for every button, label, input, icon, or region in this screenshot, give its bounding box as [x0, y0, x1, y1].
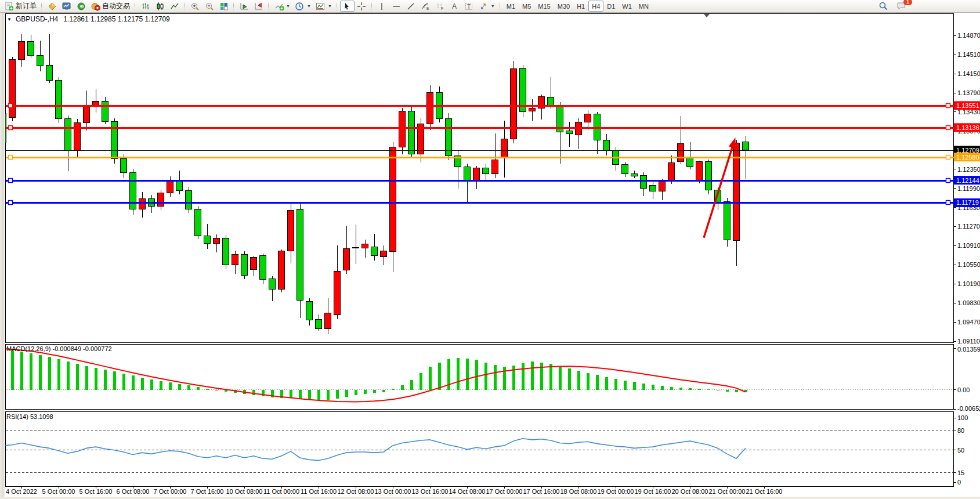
auto-scroll-button[interactable]	[237, 1, 251, 12]
timeframe-MN-button[interactable]: MN	[635, 1, 652, 12]
svg-text:1.11270: 1.11270	[957, 223, 980, 230]
toolbar-separator	[41, 2, 42, 10]
svg-text:A: A	[452, 2, 457, 10]
chart-shift-icon	[254, 1, 263, 11]
autotrading-button[interactable]: 自动交易	[88, 1, 132, 12]
time-axis[interactable]: 4 Oct 20225 Oct 00:005 Oct 16:006 Oct 08…	[6, 486, 782, 495]
tile-windows-button[interactable]	[216, 1, 231, 12]
line-handle[interactable]	[946, 126, 950, 130]
rsi-pane[interactable]	[6, 412, 954, 487]
line-handle[interactable]	[9, 126, 13, 130]
new-order-button[interactable]: 新订单	[2, 1, 39, 12]
svg-text:5 Oct 00:00: 5 Oct 00:00	[42, 488, 75, 495]
svg-text:7 Oct 00:00: 7 Oct 00:00	[154, 488, 187, 495]
timeframe-M15-button[interactable]: M15	[534, 1, 554, 12]
svg-text:10 Oct 08:00: 10 Oct 08:00	[226, 488, 263, 495]
chart-shift-button[interactable]	[251, 1, 266, 12]
favorites-button[interactable]	[45, 1, 59, 12]
svg-text:21 Oct 00:00: 21 Oct 00:00	[709, 488, 746, 495]
indicators-icon	[274, 1, 284, 11]
grid-button[interactable]: F	[433, 1, 447, 12]
svg-text:1.12144: 1.12144	[956, 177, 979, 184]
timeframe-M1-button[interactable]: M1	[503, 1, 519, 12]
market-watch-button[interactable]	[59, 1, 74, 12]
svg-text:13 Oct 00:00: 13 Oct 00:00	[375, 488, 411, 495]
svg-text:1.12709: 1.12709	[956, 147, 979, 154]
svg-text:0.00: 0.00	[957, 386, 970, 393]
svg-text:12 Oct 08:00: 12 Oct 08:00	[338, 488, 374, 495]
bar-chart-icon	[140, 1, 150, 11]
candlestick-chart-button[interactable]	[153, 1, 167, 12]
shapes-button[interactable]: ▼	[476, 1, 497, 12]
line-handle[interactable]	[9, 201, 13, 205]
timeframe-D1-button[interactable]: D1	[603, 1, 619, 12]
svg-text:80: 80	[957, 427, 964, 434]
templates-button[interactable]: ▼	[313, 1, 334, 12]
toolbar-separator	[184, 2, 185, 10]
toolbar-separator	[337, 2, 338, 10]
timeframe-H4-button[interactable]: H4	[588, 1, 603, 12]
zoom-out-button[interactable]	[202, 1, 216, 12]
signals-button[interactable]	[74, 1, 88, 12]
crosshair-button[interactable]	[355, 1, 369, 12]
text-label-button[interactable]: T	[462, 1, 476, 12]
svg-text:100: 100	[957, 414, 968, 421]
line-chart-button[interactable]	[167, 1, 182, 12]
line-handle[interactable]	[946, 156, 950, 160]
svg-text:1.12580: 1.12580	[956, 154, 979, 161]
svg-text:21 Oct 16:00: 21 Oct 16:00	[746, 488, 783, 495]
new-order-icon	[4, 1, 14, 11]
line-handle[interactable]	[946, 104, 950, 108]
line-chart-icon	[169, 1, 179, 11]
line-handle[interactable]	[9, 156, 13, 160]
svg-text:1.14510: 1.14510	[957, 51, 980, 58]
svg-text:19 Oct 16:00: 19 Oct 16:00	[635, 488, 671, 495]
svg-text:14 Oct 08:00: 14 Oct 08:00	[449, 488, 486, 495]
cursor-icon	[342, 1, 352, 11]
vertical-line-icon	[377, 1, 387, 11]
svg-text:18 Oct 08:00: 18 Oct 08:00	[560, 488, 597, 495]
templates-icon	[316, 1, 326, 11]
cursor-button[interactable]	[340, 1, 355, 12]
zoom-in-icon	[190, 1, 200, 11]
horizontal-line-icon	[392, 1, 402, 11]
line-handle[interactable]	[946, 179, 950, 183]
indicators-button[interactable]: ▼	[272, 1, 292, 12]
line-handle[interactable]	[946, 201, 950, 205]
fibonacci-button[interactable]: E	[418, 1, 433, 12]
dropdown-caret-icon: ▼	[286, 4, 290, 8]
tile-windows-icon	[219, 1, 229, 11]
svg-text:-0.00652: -0.00652	[957, 405, 980, 412]
horizontal-line-button[interactable]	[389, 1, 404, 12]
zoom-in-button[interactable]	[187, 1, 202, 12]
chart-canvas[interactable]: 1.148701.145101.141501.137901.134301.130…	[0, 0, 980, 499]
toolbar-separator	[371, 2, 373, 10]
svg-text:1.11719: 1.11719	[956, 199, 979, 206]
timeframe-M5-button[interactable]: M5	[519, 1, 534, 12]
grid-icon: F	[435, 1, 445, 11]
chart-title: ▼ GBPUSD-,H4 1.12861 1.12985 1.12175 1.1…	[7, 15, 170, 23]
shapes-icon	[479, 1, 489, 11]
chart-menu-icon[interactable]: ▼	[7, 17, 12, 22]
timeframe-group: M1M5M15M30H1H4D1W1MN	[503, 1, 652, 12]
svg-text:T: T	[467, 3, 471, 9]
timeframe-W1-button[interactable]: W1	[619, 1, 635, 12]
vertical-line-button[interactable]	[375, 1, 389, 12]
svg-text:13 Oct 16:00: 13 Oct 16:00	[412, 488, 449, 495]
timeframe-H1-button[interactable]: H1	[573, 1, 588, 12]
svg-text:F: F	[441, 6, 443, 10]
text-button[interactable]: A	[447, 1, 462, 12]
search-button[interactable]	[876, 1, 891, 12]
svg-text:1.09830: 1.09830	[957, 299, 980, 306]
macd-pane[interactable]	[6, 345, 954, 410]
chat-button[interactable]: 1	[894, 1, 909, 12]
periods-button[interactable]: ▼	[292, 1, 313, 12]
line-handle[interactable]	[9, 104, 13, 108]
svg-text:20 Oct 08:00: 20 Oct 08:00	[672, 488, 708, 495]
timeframe-M30-button[interactable]: M30	[554, 1, 573, 12]
auto-scroll-icon	[239, 1, 249, 11]
trendline-button[interactable]	[404, 1, 418, 12]
bar-chart-button[interactable]	[138, 1, 153, 12]
crosshair-icon	[357, 1, 367, 11]
line-handle[interactable]	[9, 179, 13, 183]
